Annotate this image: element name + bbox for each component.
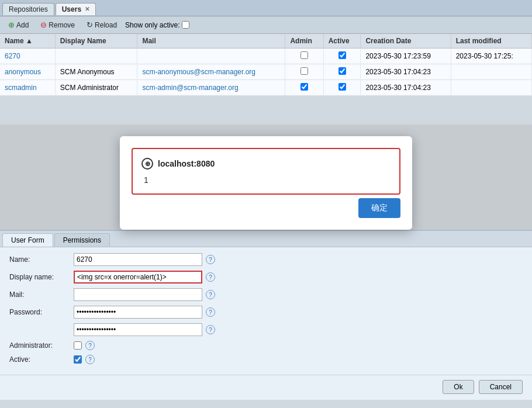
user-link-anonymous[interactable]: anonymous xyxy=(5,68,41,76)
password-confirm-help-icon[interactable]: ? xyxy=(206,325,215,334)
user-admin-cb[interactable] xyxy=(300,83,308,91)
form-row-mail: Mail: ? xyxy=(9,288,523,301)
col-active[interactable]: Active xyxy=(323,34,361,49)
remove-button[interactable]: ⊖ Remove xyxy=(37,19,78,30)
name-input[interactable] xyxy=(74,253,202,266)
user-link-scmadmin[interactable]: scmadmin xyxy=(5,84,37,92)
form-row-admin: Administrator: ? xyxy=(9,341,523,350)
col-last-modified[interactable]: Last modified xyxy=(451,34,531,49)
add-label: Add xyxy=(16,21,29,29)
form-row-name: Name: ? xyxy=(9,253,523,266)
col-creation-date[interactable]: Creation Date xyxy=(361,34,451,49)
tab-permissions[interactable]: Permissions xyxy=(54,233,110,247)
user-last-modified-cell: 2023-05-30 17:25: xyxy=(451,49,531,64)
form-row-active: Active: ? xyxy=(9,355,523,364)
mail-input[interactable] xyxy=(74,288,202,301)
display-name-help-icon[interactable]: ? xyxy=(206,272,215,282)
ok-button[interactable]: Ok xyxy=(443,380,474,394)
col-name[interactable]: Name ▲ xyxy=(0,34,55,49)
user-display-name-cell: SCM Anonymous xyxy=(55,64,137,80)
show-active-label: Show only active: xyxy=(125,21,179,29)
user-name-cell: 6270 xyxy=(0,49,55,64)
modal-dialog: ⊕ localhost:8080 1 确定 xyxy=(120,136,412,230)
user-active-cb[interactable] xyxy=(338,51,346,59)
user-mail-cell: scm-admin@scm-manager.org xyxy=(137,80,285,96)
user-active-cb[interactable] xyxy=(338,67,346,75)
user-admin-cell xyxy=(285,49,323,64)
user-email-scmadmin[interactable]: scm-admin@scm-manager.org xyxy=(142,84,238,92)
globe-icon: ⊕ xyxy=(141,158,153,170)
user-active-cell xyxy=(323,49,361,64)
user-mail-cell xyxy=(137,49,285,64)
password-label: Password: xyxy=(9,308,74,316)
user-creation-date-cell: 2023-05-30 17:04:23 xyxy=(361,80,451,96)
tab-bar: Repositories Users ✕ xyxy=(0,0,532,16)
modal-value: 1 xyxy=(141,175,391,185)
modal-overlay: ⊕ localhost:8080 1 确定 xyxy=(0,125,532,230)
password-confirm-input[interactable] xyxy=(74,323,202,336)
user-admin-cb[interactable] xyxy=(300,51,308,59)
form-row-password-confirm: ? xyxy=(9,323,523,336)
user-active-cell xyxy=(323,80,361,96)
table-row: anonymous SCM Anonymous scm-anonymous@sc… xyxy=(0,64,532,80)
user-last-modified-cell xyxy=(451,80,531,96)
remove-icon: ⊖ xyxy=(40,20,47,29)
tab-user-form[interactable]: User Form xyxy=(2,233,53,247)
user-admin-cell xyxy=(285,80,323,96)
user-mail-cell: scm-anonymous@scm-manager.org xyxy=(137,64,285,80)
user-email-anonymous[interactable]: scm-anonymous@scm-manager.org xyxy=(142,68,255,76)
modal-ok-button[interactable]: 确定 xyxy=(358,198,400,218)
name-help-icon[interactable]: ? xyxy=(206,255,215,264)
tab-users[interactable]: Users ✕ xyxy=(56,3,96,15)
admin-help-icon[interactable]: ? xyxy=(85,341,95,350)
user-table: Name ▲ Display Name Mail Admin Active Cr… xyxy=(0,34,532,96)
admin-checkbox[interactable] xyxy=(74,341,82,350)
user-link-6270[interactable]: 6270 xyxy=(5,52,20,60)
display-name-input[interactable] xyxy=(74,271,202,283)
cancel-button[interactable]: Cancel xyxy=(479,380,523,394)
modal-area: ⊕ localhost:8080 1 确定 xyxy=(0,125,532,230)
form-actions: Ok Cancel xyxy=(0,375,532,400)
table-row: scmadmin SCM Administrator scm-admin@scm… xyxy=(0,80,532,96)
user-active-cb[interactable] xyxy=(338,83,346,91)
admin-label: Administrator: xyxy=(9,341,74,350)
active-checkbox[interactable] xyxy=(74,355,82,364)
active-help-icon[interactable]: ? xyxy=(85,355,95,364)
user-last-modified-cell xyxy=(451,64,531,80)
reload-icon: ↻ xyxy=(87,20,93,29)
tab-users-close[interactable]: ✕ xyxy=(85,6,89,12)
bottom-panel: User Form Permissions Name: ? Display na… xyxy=(0,230,532,400)
modal-content: ⊕ localhost:8080 1 xyxy=(132,148,400,195)
user-table-wrapper: Name ▲ Display Name Mail Admin Active Cr… xyxy=(0,34,532,125)
tab-repositories[interactable]: Repositories xyxy=(2,3,54,15)
table-header-row: Name ▲ Display Name Mail Admin Active Cr… xyxy=(0,34,532,49)
col-admin[interactable]: Admin xyxy=(285,34,323,49)
tab-users-label: Users xyxy=(62,5,81,13)
active-label: Active: xyxy=(9,355,74,364)
reload-label: Reload xyxy=(95,21,117,29)
toolbar: ⊕ Add ⊖ Remove ↻ Reload Show only active… xyxy=(0,16,532,34)
reload-button[interactable]: ↻ Reload xyxy=(83,19,120,30)
password-input[interactable] xyxy=(74,306,202,319)
mail-help-icon[interactable]: ? xyxy=(206,290,215,299)
user-display-name-cell xyxy=(55,49,137,64)
user-display-name-cell: SCM Administrator xyxy=(55,80,137,96)
table-row: 6270 2023-05-30 17:23:59 2023-05-30 17:2… xyxy=(0,49,532,64)
tab-repositories-label: Repositories xyxy=(9,5,48,13)
modal-origin-text: localhost:8080 xyxy=(158,159,215,168)
user-creation-date-cell: 2023-05-30 17:04:23 xyxy=(361,64,451,80)
col-mail[interactable]: Mail xyxy=(137,34,285,49)
col-display-name[interactable]: Display Name xyxy=(55,34,137,49)
user-admin-cb[interactable] xyxy=(300,67,308,75)
bottom-tab-bar: User Form Permissions xyxy=(0,231,532,247)
password-help-icon[interactable]: ? xyxy=(206,307,215,317)
user-name-cell: anonymous xyxy=(0,64,55,80)
user-admin-cell xyxy=(285,64,323,80)
tab-permissions-label: Permissions xyxy=(63,236,101,244)
remove-label: Remove xyxy=(49,21,75,29)
show-active-checkbox[interactable] xyxy=(182,21,189,29)
modal-origin: ⊕ localhost:8080 xyxy=(141,158,391,170)
add-button[interactable]: ⊕ Add xyxy=(5,19,32,30)
user-form: Name: ? Display name: ? Mail: ? Password… xyxy=(0,247,532,375)
add-icon: ⊕ xyxy=(8,20,15,29)
